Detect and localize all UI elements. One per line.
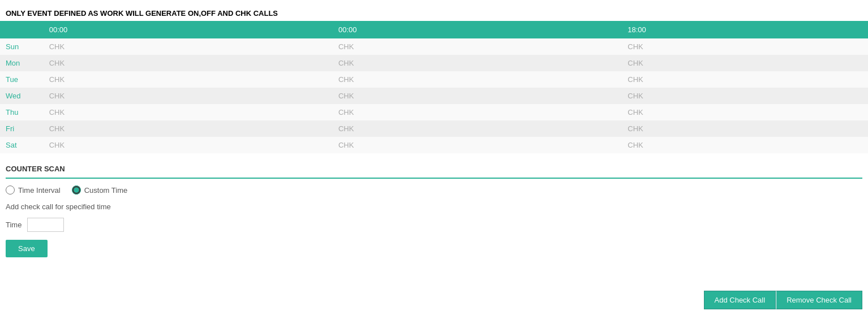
day-cell: Sat: [0, 137, 44, 153]
chk-col1: CHK: [44, 71, 333, 88]
time-label: Time: [6, 221, 22, 229]
save-button[interactable]: Save: [6, 240, 48, 257]
chk-col1: CHK: [44, 88, 333, 104]
bottom-actions: Add Check Call Remove Check Call: [704, 291, 862, 309]
schedule-body: Sun CHK CHK CHK Mon CHK CHK CHK Tue CHK …: [0, 38, 868, 153]
counter-scan-title: COUNTER SCAN: [6, 165, 862, 179]
add-check-call-button[interactable]: Add Check Call: [704, 291, 776, 309]
header-col3: 18:00: [622, 21, 868, 38]
chk-col1: CHK: [44, 104, 333, 120]
custom-time-option[interactable]: Custom Time: [72, 185, 128, 195]
chk-col3: CHK: [622, 137, 868, 153]
custom-time-radio[interactable]: [72, 185, 81, 195]
counter-scan-section: COUNTER SCAN Time Interval Custom Time A…: [0, 153, 868, 263]
chk-col3: CHK: [622, 88, 868, 104]
day-cell: Mon: [0, 55, 44, 71]
table-row: Sun CHK CHK CHK: [0, 38, 868, 55]
chk-col2: CHK: [333, 55, 622, 71]
table-row: Tue CHK CHK CHK: [0, 71, 868, 88]
chk-col3: CHK: [622, 104, 868, 120]
table-row: Fri CHK CHK CHK: [0, 120, 868, 137]
chk-col1: CHK: [44, 55, 333, 71]
schedule-table: 00:00 00:00 18:00 Sun CHK CHK CHK Mon CH…: [0, 21, 868, 153]
chk-col1: CHK: [44, 120, 333, 137]
day-cell: Sun: [0, 38, 44, 55]
chk-col2: CHK: [333, 120, 622, 137]
radio-group: Time Interval Custom Time: [6, 185, 862, 195]
chk-col2: CHK: [333, 137, 622, 153]
time-interval-label: Time Interval: [18, 186, 61, 195]
time-interval-option[interactable]: Time Interval: [6, 185, 61, 195]
chk-col2: CHK: [333, 38, 622, 55]
table-row: Mon CHK CHK CHK: [0, 55, 868, 71]
chk-col3: CHK: [622, 55, 868, 71]
table-row: Sat CHK CHK CHK: [0, 137, 868, 153]
chk-col3: CHK: [622, 71, 868, 88]
chk-col3: CHK: [622, 120, 868, 137]
day-cell: Tue: [0, 71, 44, 88]
day-cell: Thu: [0, 104, 44, 120]
custom-time-label: Custom Time: [84, 186, 128, 195]
day-cell: Fri: [0, 120, 44, 137]
chk-col2: CHK: [333, 71, 622, 88]
time-row: Time: [6, 218, 862, 232]
chk-col1: CHK: [44, 137, 333, 153]
add-check-call-note: Add check call for specified time: [6, 202, 862, 211]
day-cell: Wed: [0, 88, 44, 104]
header-col1: 00:00: [44, 21, 333, 38]
chk-col2: CHK: [333, 88, 622, 104]
time-interval-radio[interactable]: [6, 185, 15, 195]
time-input[interactable]: [27, 218, 64, 232]
chk-col2: CHK: [333, 104, 622, 120]
table-row: Wed CHK CHK CHK: [0, 88, 868, 104]
remove-check-call-button[interactable]: Remove Check Call: [776, 291, 862, 309]
header-day-col: [0, 21, 44, 38]
chk-col1: CHK: [44, 38, 333, 55]
table-header-row: 00:00 00:00 18:00: [0, 21, 868, 38]
chk-col3: CHK: [622, 38, 868, 55]
notice-text: ONLY EVENT DEFINED AS WORK WILL GENERATE…: [0, 6, 868, 21]
header-col2: 00:00: [333, 21, 622, 38]
page-wrapper: ONLY EVENT DEFINED AS WORK WILL GENERATE…: [0, 0, 868, 315]
table-row: Thu CHK CHK CHK: [0, 104, 868, 120]
